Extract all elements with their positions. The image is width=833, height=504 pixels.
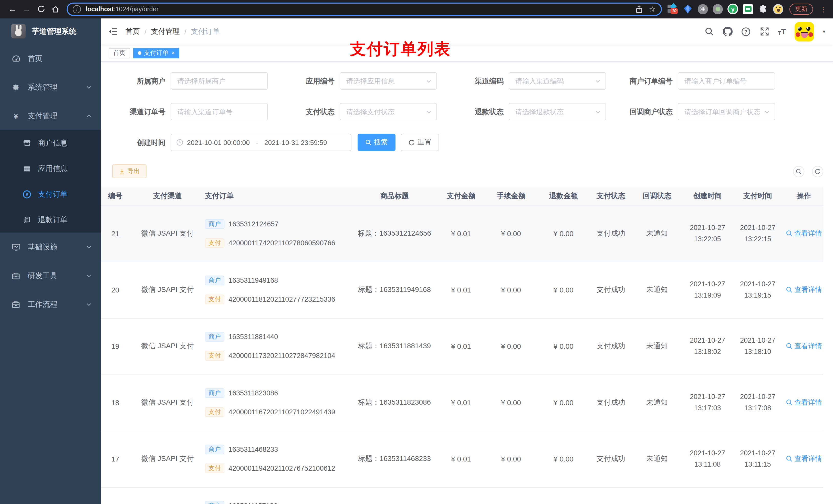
github-icon[interactable] [722,27,732,37]
pay-status-select[interactable] [340,103,437,120]
browser-back-button[interactable]: ← [5,2,20,16]
create-time: 13:17:03 [685,403,730,414]
bookmark-star-icon[interactable]: ☆ [649,4,656,14]
create-date: 2021-10-27 [685,279,730,290]
sidebar-item-infrastructure[interactable]: 基础设施 [0,233,101,261]
channel-code-input[interactable] [515,77,591,85]
view-detail-link[interactable]: 查看详情 [786,229,822,238]
notify-status-input[interactable] [685,108,760,116]
extension-badge-icon[interactable]: 10 [667,4,678,14]
channel-order-no-field[interactable] [171,103,268,120]
collapse-sidebar-icon[interactable] [109,28,117,35]
order-id-cell: 20 [101,262,133,318]
dot-extension-icon[interactable] [713,4,723,14]
fullscreen-icon[interactable] [760,27,769,37]
sidebar-item-payment[interactable]: ¥ 支付管理 [0,101,101,130]
fee-amount-cell: ¥ 0.00 [487,206,536,262]
refund-status-input[interactable] [515,108,591,116]
search-icon[interactable] [704,27,714,37]
reset-button[interactable]: 重置 [401,134,439,151]
app-select-input[interactable] [346,77,422,85]
table-row: 16微信 JSAPI 支付商户1635311157186支付 [101,487,823,504]
notify-status-select[interactable] [678,103,775,120]
help-icon[interactable]: ? [741,27,751,37]
sidebar-item-workflow[interactable]: 工作流程 [0,290,101,318]
view-detail-link[interactable]: 查看详情 [786,342,822,351]
tab-home[interactable]: 首页 [109,48,130,58]
chat-extension-icon[interactable] [743,4,753,14]
p-tag: 支付 [205,407,224,417]
sidebar-item-app-info[interactable]: 应用信息 [0,156,101,181]
user-menu-caret-icon[interactable]: ▾ [823,29,825,34]
app-logo[interactable]: 芋道管理系统 [0,19,101,44]
view-detail-link[interactable]: 查看详情 [786,398,822,407]
product-title-cell: 标题：1635312124656 [354,206,435,262]
sidebar-item-refund-order[interactable]: 退款订单 [0,207,101,233]
browser-address-bar[interactable]: i localhost:1024/pay/order ☆ [67,2,662,16]
pay-time: 13:11:15 [732,459,783,470]
merchant-select[interactable] [171,72,268,90]
sidebar-item-home[interactable]: 首页 [0,44,101,73]
browser-update-button[interactable]: 更新 [789,3,813,15]
refund-status-select[interactable] [509,103,606,120]
refund-amount-cell: ¥ 0.00 [536,431,592,487]
breadcrumb-home[interactable]: 首页 [125,27,140,36]
notify-status-cell: 未通知 [630,206,684,262]
clock-icon [176,139,184,146]
font-size-icon[interactable]: TT [778,27,786,36]
extension-badge-count: 10 [671,8,678,14]
pay-channel-cell: 微信 JSAPI 支付 [133,206,202,262]
view-detail-link[interactable]: 查看详情 [786,454,822,463]
tags-view: 首页 支付订单 × [101,45,833,62]
gem-extension-icon[interactable] [682,4,693,14]
create-date: 2021-10-27 [685,222,730,234]
merchant-order-no-input[interactable] [685,77,760,85]
url-text: localhost:1024/pay/order [86,5,159,13]
fee-amount-cell: ¥ 0.00 [487,431,536,487]
create-time-range-picker[interactable]: 2021-10-01 00:00:00 - 2021-10-31 23:59:5… [171,134,352,151]
browser-reload-button[interactable] [34,2,48,16]
sidebar-item-merchant-info[interactable]: 商户信息 [0,130,101,156]
browser-forward-button[interactable]: → [20,2,34,16]
fee-amount-cell [487,487,536,504]
pay-time: 13:22:15 [732,234,783,245]
product-title-cell [354,487,435,504]
tab-pay-order[interactable]: 支付订单 × [133,48,180,58]
table-row: 21微信 JSAPI 支付商户1635312124657支付4200001174… [101,206,823,262]
merchant-tag: 商户 [205,332,224,342]
actions-cell: 查看详情 [784,262,823,318]
app-select[interactable] [340,72,437,90]
profile-avatar-icon[interactable] [773,4,783,14]
pay-status-input[interactable] [346,108,422,116]
view-detail-label: 查看详情 [794,398,822,407]
p-tag: 支付 [205,238,224,248]
col-header-order: 支付订单 [202,188,354,206]
refresh-table-icon[interactable] [812,166,823,177]
sidebar-item-system[interactable]: 系统管理 [0,73,101,101]
export-button[interactable]: 导出 [112,164,146,178]
extensions-puzzle-icon[interactable] [758,4,768,14]
browser-chrome: ← → i localhost:1024/pay/order ☆ 10 [0,0,833,19]
close-tab-icon[interactable]: × [172,50,175,56]
y-extension-icon[interactable]: y [728,4,738,14]
channel-order-no-input[interactable] [177,108,253,116]
view-detail-link[interactable]: 查看详情 [786,285,822,294]
field-label-channel-order-no: 渠道订单号 [103,103,171,120]
browser-home-button[interactable] [48,2,63,16]
sidebar-item-dev-tools[interactable]: 研发工具 [0,261,101,290]
sidebar-item-pay-order[interactable]: ¥ 支付订单 [0,181,101,207]
merchant-select-input[interactable] [177,77,253,85]
user-avatar[interactable] [794,22,814,41]
search-button[interactable]: 搜索 [358,134,396,151]
share-icon[interactable] [635,5,643,13]
command-extension-icon[interactable]: ⌘ [698,4,708,14]
order-id-cell: 21 [101,206,133,262]
merchant-order-no-field[interactable] [678,72,775,90]
browser-menu-icon[interactable]: ⋮ [820,5,827,13]
channel-code-select[interactable] [509,72,606,90]
toggle-search-icon[interactable] [793,166,804,177]
table-row: 18微信 JSAPI 支付商户1635311823086支付4200001167… [101,375,823,431]
breadcrumb-payment[interactable]: 支付管理 [151,27,180,36]
pay-amount-cell: ¥ 0.01 [435,206,487,262]
site-info-icon[interactable]: i [73,5,81,13]
